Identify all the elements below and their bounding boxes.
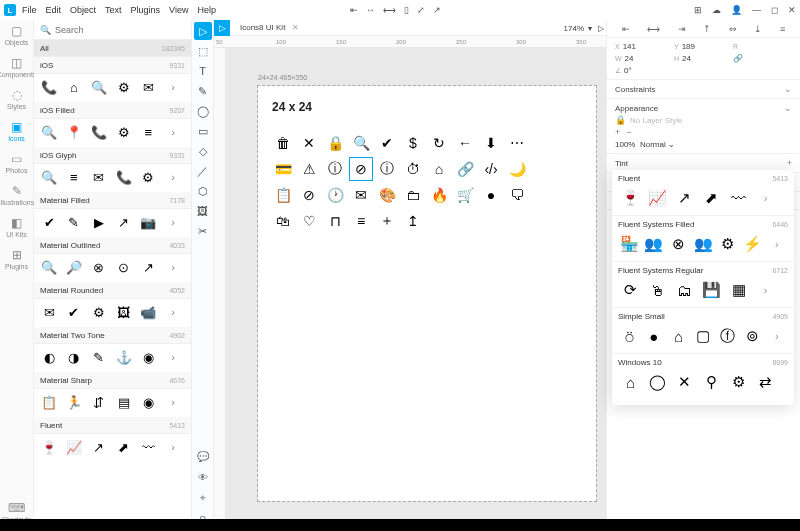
pack-icon[interactable]: 🗂	[672, 279, 697, 301]
pack-icon[interactable]: ↗	[672, 187, 697, 209]
canvas-icon[interactable]: ⊘	[298, 184, 320, 206]
canvas-icon[interactable]: 🌙	[506, 158, 528, 180]
canvas[interactable]: 24×24 465×350 24 x 24 🗑✕🔒🔍✔$↻←⬇⋯💳⚠ⓘ⊘ⓘ⏱⌂🔗…	[226, 48, 606, 521]
canvas-icon[interactable]: ⌂	[428, 158, 450, 180]
icon-preview[interactable]: 🍷	[38, 437, 60, 457]
chevron-right-icon[interactable]: ›	[162, 167, 184, 187]
canvas-icon[interactable]: 🗨	[506, 184, 528, 206]
lock-aspect-icon[interactable]: 🔗	[733, 54, 743, 63]
icon-preview[interactable]: ⚓	[113, 347, 135, 367]
icon-preview[interactable]: ✉	[38, 302, 60, 322]
icon-preview[interactable]: ▶	[88, 212, 110, 232]
pack-icon[interactable]: ◯	[645, 371, 670, 393]
icon-preview[interactable]: 📷	[137, 212, 159, 232]
chevron-right-icon[interactable]: ›	[162, 77, 184, 97]
align-3-icon[interactable]: ⤒	[703, 24, 711, 34]
canvas-icon[interactable]: ●	[480, 184, 502, 206]
pencil-tool[interactable]: ✎	[194, 82, 212, 100]
icon-preview[interactable]: 🔍	[88, 77, 110, 97]
icon-preview[interactable]: ✎	[63, 212, 85, 232]
canvas-icon[interactable]: ♡	[298, 210, 320, 232]
icon-preview[interactable]: ◉	[137, 392, 159, 412]
pack-icon[interactable]: ⚲	[699, 371, 724, 393]
align-6-icon[interactable]: ≡	[780, 24, 785, 34]
pan-tool[interactable]: ⌖	[194, 489, 212, 507]
icon-preview[interactable]: ⚙	[113, 77, 135, 97]
chevron-right-icon[interactable]: ›	[753, 279, 778, 301]
align-tool-4[interactable]: ▯	[404, 5, 409, 15]
menu-plugins[interactable]: Plugins	[131, 5, 161, 15]
canvas-icon[interactable]: ✉	[350, 184, 372, 206]
search-input[interactable]	[55, 25, 185, 35]
canvas-icon[interactable]: ↥	[402, 210, 424, 232]
icon-preview[interactable]: 📋	[38, 392, 60, 412]
pack-icon[interactable]: ⍥	[618, 325, 641, 347]
canvas-icon[interactable]: 🎨	[376, 184, 398, 206]
category-all[interactable]: All182345	[34, 40, 191, 57]
pack-simple-small[interactable]: Simple Small4909⍥●⌂▢ⓕ⊚›	[612, 308, 794, 354]
category-ios-filled[interactable]: iOS Filled9207	[34, 102, 191, 119]
pack-icon[interactable]: 👥	[643, 233, 666, 255]
icon-preview[interactable]: ⊗	[88, 257, 110, 277]
canvas-icon[interactable]: ⋯	[506, 132, 528, 154]
pack-icon[interactable]: ⌂	[618, 371, 643, 393]
icon-preview[interactable]: 🏃	[63, 392, 85, 412]
pack-icon[interactable]: ⊚	[741, 325, 764, 347]
canvas-icon[interactable]: ‹/›	[480, 158, 502, 180]
category-material-rounded[interactable]: Material Rounded4052	[34, 282, 191, 299]
icon-preview[interactable]: 📈	[63, 437, 85, 457]
align-tool-3[interactable]: ⟷	[383, 5, 396, 15]
image-tool[interactable]: 🖼	[194, 202, 212, 220]
pack-icon[interactable]: ▢	[692, 325, 715, 347]
cursor-icon[interactable]: ▷	[214, 20, 230, 36]
category-material-sharp[interactable]: Material Sharp4676	[34, 372, 191, 389]
canvas-icon[interactable]: 🗀	[402, 184, 424, 206]
w-value[interactable]: 24	[625, 54, 634, 63]
canvas-icon[interactable]: 🗑	[272, 132, 294, 154]
rail-item-photos[interactable]: ▭Photos	[6, 152, 28, 174]
menu-file[interactable]: File	[22, 5, 37, 15]
canvas-icon[interactable]: ✕	[298, 132, 320, 154]
icon-preview[interactable]: ⚙	[88, 302, 110, 322]
canvas-icon[interactable]: 💳	[272, 158, 294, 180]
pack-icon[interactable]: 👥	[692, 233, 715, 255]
category-ios[interactable]: iOS9331	[34, 57, 191, 74]
play-icon[interactable]: ▷	[598, 24, 604, 33]
chevron-right-icon[interactable]: ›	[162, 347, 184, 367]
icon-preview[interactable]: 🖼	[113, 302, 135, 322]
pack-icon[interactable]: ⚙	[726, 371, 751, 393]
category-material-outlined[interactable]: Material Outlined4033	[34, 237, 191, 254]
frame-tool[interactable]: ⬚	[194, 42, 212, 60]
align-4-icon[interactable]: ⇔	[729, 24, 737, 34]
chevron-right-icon[interactable]: ›	[162, 437, 184, 457]
pack-icon[interactable]: 🍷	[618, 187, 643, 209]
icon-preview[interactable]: 〰	[137, 437, 159, 457]
pack-fluent-systems-regular[interactable]: Fluent Systems Regular6712⟳🖱🗂💾▦›	[612, 262, 794, 308]
pack-icon[interactable]: ⌂	[667, 325, 690, 347]
canvas-icon[interactable]	[454, 210, 476, 232]
tab-active[interactable]: Icons8 UI Kit ✕	[234, 23, 305, 32]
icon-preview[interactable]: ✎	[88, 347, 110, 367]
pack-icon[interactable]: ⓕ	[716, 325, 739, 347]
chevron-right-icon[interactable]: ›	[162, 302, 184, 322]
pack-icon[interactable]: ⚙	[716, 233, 739, 255]
canvas-icon[interactable]: ⓘ	[376, 158, 398, 180]
pack-fluent-systems-filled[interactable]: Fluent Systems Filled6446🏪👥⊗👥⚙⚡›	[612, 216, 794, 262]
pointer-tool[interactable]: ▷	[194, 22, 212, 40]
canvas-icon[interactable]	[506, 210, 528, 232]
icon-preview[interactable]: ⌂	[63, 77, 85, 97]
slice-tool[interactable]: ✂	[194, 222, 212, 240]
appearance-section[interactable]: Appearance⌄	[615, 103, 792, 113]
menu-object[interactable]: Object	[70, 5, 96, 15]
pack-icon[interactable]: 💾	[699, 279, 724, 301]
icon-pack-overlay[interactable]: Fluent5413🍷📈↗⬈〰›Fluent Systems Filled644…	[612, 170, 794, 405]
icon-preview[interactable]: 🔎	[63, 257, 85, 277]
artboard[interactable]: 24 x 24 🗑✕🔒🔍✔$↻←⬇⋯💳⚠ⓘ⊘ⓘ⏱⌂🔗‹/›🌙📋⊘🕐✉🎨🗀🔥🛒●🗨…	[258, 86, 596, 501]
canvas-icon[interactable]: ⚠	[298, 158, 320, 180]
canvas-icon[interactable]	[480, 210, 502, 232]
align-5-icon[interactable]: ⤓	[754, 24, 762, 34]
canvas-icon[interactable]: ⊓	[324, 210, 346, 232]
canvas-icon[interactable]: ⏱	[402, 158, 424, 180]
icon-preview[interactable]: ↗	[137, 257, 159, 277]
menu-help[interactable]: Help	[197, 5, 216, 15]
